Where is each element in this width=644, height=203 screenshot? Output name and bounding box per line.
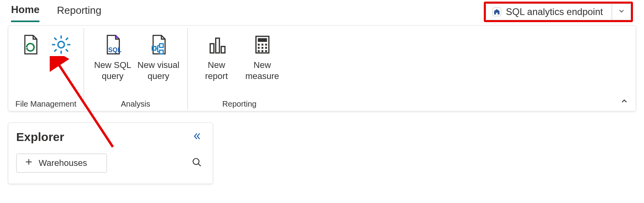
chevron-up-icon <box>620 100 629 107</box>
svg-rect-3 <box>159 44 163 47</box>
file-refresh-icon <box>18 32 43 57</box>
settings-button[interactable] <box>47 30 75 60</box>
svg-text:SQL: SQL <box>108 46 122 53</box>
new-sql-query-button[interactable]: SQL New SQL query <box>91 30 135 81</box>
endpoint-selector[interactable]: SQL analytics endpoint <box>486 4 612 20</box>
sql-file-icon: SQL <box>100 32 125 57</box>
svg-rect-10 <box>258 44 260 46</box>
svg-rect-16 <box>258 50 260 52</box>
ribbon-group-analysis: SQL New SQL query <box>84 28 187 110</box>
explorer-title: Explorer <box>16 130 64 144</box>
warehouse-icon <box>492 8 501 16</box>
gear-icon <box>49 32 74 57</box>
svg-rect-14 <box>261 47 263 49</box>
ribbon-group-label: Reporting <box>222 100 256 110</box>
svg-rect-7 <box>221 47 225 53</box>
svg-point-0 <box>58 41 64 48</box>
tab-reporting[interactable]: Reporting <box>57 3 101 21</box>
add-warehouses-button[interactable]: Warehouses <box>16 154 107 173</box>
search-button[interactable] <box>189 155 205 171</box>
button-label: New visual query <box>137 60 179 81</box>
svg-rect-15 <box>265 47 267 49</box>
new-measure-button[interactable]: New measure <box>241 30 284 81</box>
explorer-panel: Explorer Warehouses <box>8 122 213 184</box>
svg-rect-5 <box>210 44 213 53</box>
svg-rect-2 <box>152 47 155 50</box>
tab-home[interactable]: Home <box>11 2 39 22</box>
new-report-button[interactable]: New report <box>195 30 238 81</box>
endpoint-label: SQL analytics endpoint <box>506 6 603 17</box>
button-label: Warehouses <box>39 158 87 168</box>
ribbon-group-reporting: New report New measure Re <box>187 28 291 110</box>
refresh-button[interactable] <box>16 30 45 60</box>
svg-rect-9 <box>258 38 267 42</box>
svg-rect-12 <box>265 44 267 46</box>
svg-rect-6 <box>215 38 219 53</box>
collapse-ribbon-button[interactable] <box>620 97 629 107</box>
calculator-icon <box>250 32 275 57</box>
svg-rect-17 <box>261 50 263 52</box>
collapse-explorer-button[interactable] <box>189 129 205 145</box>
ribbon-group-file-management: File Management <box>8 28 84 110</box>
ribbon-group-label: File Management <box>15 100 77 110</box>
svg-rect-11 <box>261 44 263 46</box>
svg-rect-18 <box>265 50 267 52</box>
button-label: New measure <box>245 60 279 81</box>
button-label: New report <box>205 60 228 81</box>
chevron-double-left-icon <box>192 132 202 143</box>
visual-query-icon <box>146 32 171 57</box>
ribbon-group-label: Analysis <box>121 100 150 110</box>
endpoint-selector-highlight: SQL analytics endpoint <box>484 2 633 22</box>
svg-rect-13 <box>258 47 260 49</box>
plus-icon <box>24 158 33 169</box>
tabbar: Home Reporting SQL analytics endpoint <box>0 0 644 24</box>
new-visual-query-button[interactable]: New visual query <box>137 30 180 81</box>
svg-point-19 <box>193 158 199 164</box>
chevron-down-icon <box>618 7 625 17</box>
ribbon: File Management SQL New SQL query <box>8 25 636 111</box>
button-label: New SQL query <box>94 60 131 81</box>
bar-chart-icon <box>204 32 229 57</box>
endpoint-dropdown-button[interactable] <box>612 4 631 20</box>
search-icon <box>192 157 202 169</box>
